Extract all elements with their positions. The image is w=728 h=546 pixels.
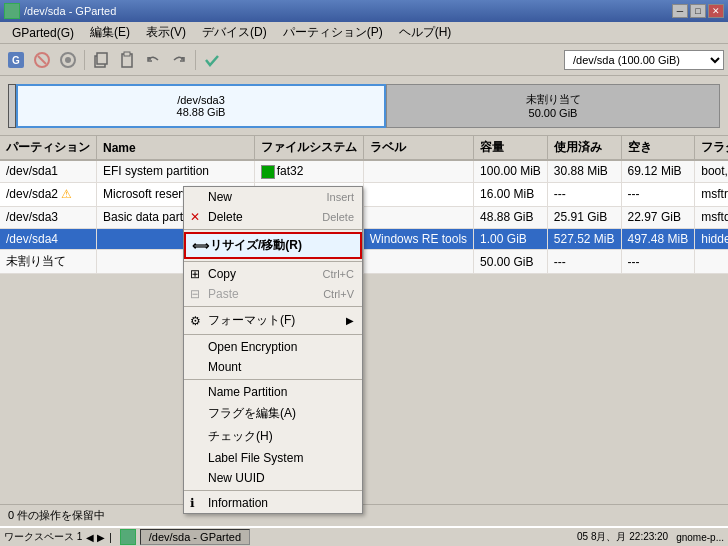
ctx-check[interactable]: チェック(H): [184, 425, 362, 448]
ctx-name-partition-label: Name Partition: [208, 385, 287, 399]
toolbar-redo[interactable]: [167, 48, 191, 72]
table-row[interactable]: 未割り当て 50.00 GiB --- ---: [0, 250, 728, 274]
submenu-arrow: ▶: [346, 315, 354, 326]
ctx-new[interactable]: New Insert: [184, 187, 362, 207]
cell-flags: msftdata: [695, 206, 728, 228]
cell-fs: fat32: [254, 160, 363, 182]
close-button[interactable]: ✕: [708, 4, 724, 18]
toolbar-sep1: [84, 50, 85, 70]
cell-partition: /dev/sda3: [0, 206, 97, 228]
partition-table-container: パーティション Name ファイルシステム ラベル 容量 使用済み 空き フラグ…: [0, 136, 728, 274]
delete-icon: ✕: [190, 210, 200, 224]
cell-size: 50.00 GiB: [474, 250, 548, 274]
cell-name: EFI system partition: [97, 160, 255, 182]
ctx-information[interactable]: ℹ Information: [184, 493, 362, 513]
ctx-check-label: チェック(H): [208, 428, 273, 445]
ctx-new-shortcut: Insert: [326, 191, 354, 203]
device-selector[interactable]: /dev/sda (100.00 GiB): [564, 50, 724, 70]
resize-icon: ⟺: [192, 239, 209, 253]
ctx-sep5: [184, 379, 362, 380]
toolbar-gparted[interactable]: G: [4, 48, 28, 72]
table-row[interactable]: /dev/sda4 ntfs Windows RE tools 1.00 GiB…: [0, 228, 728, 250]
table-row[interactable]: /dev/sda2 ⚠ Microsoft reserved partition…: [0, 182, 728, 206]
cell-flags: boot, esp, no_automount: [695, 160, 728, 182]
taskbar-workspace: ワークスペース 1: [4, 530, 82, 544]
ctx-copy[interactable]: ⊞ Copy Ctrl+C: [184, 264, 362, 284]
cell-free: ---: [621, 182, 695, 206]
menu-gparted[interactable]: GParted(G): [4, 24, 82, 42]
window-title: /dev/sda - GParted: [24, 5, 116, 17]
taskbar-app-label: /dev/sda - GParted: [149, 531, 241, 543]
taskbar-extra: gnome-p...: [676, 532, 724, 543]
toolbar-undo[interactable]: [30, 48, 54, 72]
partition-sda3-block[interactable]: /dev/sda3 48.88 GiB: [16, 84, 386, 128]
ctx-mount[interactable]: Mount: [184, 357, 362, 377]
ctx-resize[interactable]: ⟺ リサイズ/移動(R): [184, 232, 362, 259]
cell-flags: hidden, diag, no_automount: [695, 228, 728, 250]
ctx-sep6: [184, 490, 362, 491]
menu-help[interactable]: ヘルプ(H): [391, 22, 460, 43]
window-controls[interactable]: ─ □ ✕: [672, 4, 724, 18]
ctx-delete[interactable]: ✕ Delete Delete: [184, 207, 362, 227]
ctx-label-fs[interactable]: Label File System: [184, 448, 362, 468]
table-header-row: パーティション Name ファイルシステム ラベル 容量 使用済み 空き フラグ: [0, 136, 728, 160]
cell-free: 497.48 MiB: [621, 228, 695, 250]
partition-unalloc-block[interactable]: 未割り当て 50.00 GiB: [386, 84, 720, 128]
cell-label: [363, 250, 473, 274]
ctx-paste[interactable]: ⊟ Paste Ctrl+V: [184, 284, 362, 304]
ctx-sep1: [184, 229, 362, 230]
col-free: 空き: [621, 136, 695, 160]
status-bar: 0 件の操作を保留中: [0, 504, 728, 526]
ctx-information-label: Information: [208, 496, 268, 510]
col-size: 容量: [474, 136, 548, 160]
cell-label: Windows RE tools: [363, 228, 473, 250]
unalloc-label: 未割り当て: [526, 92, 581, 107]
cell-size: 48.88 GiB: [474, 206, 548, 228]
svg-point-5: [65, 57, 71, 63]
partition-visual: /dev/sda3 48.88 GiB 未割り当て 50.00 GiB: [0, 76, 728, 136]
col-used: 使用済み: [547, 136, 621, 160]
ctx-flags[interactable]: フラグを編集(A): [184, 402, 362, 425]
cell-used: 527.52 MiB: [547, 228, 621, 250]
toolbar-sep2: [195, 50, 196, 70]
taskbar: ワークスペース 1 ◀ ▶ | /dev/sda - GParted 05 8月…: [0, 526, 728, 546]
format-icon: ⚙: [190, 314, 201, 328]
col-flags: フラグ: [695, 136, 728, 160]
toolbar-apply[interactable]: [200, 48, 224, 72]
toolbar-btn3[interactable]: [56, 48, 80, 72]
cell-free: 22.97 GiB: [621, 206, 695, 228]
ctx-new-uuid[interactable]: New UUID: [184, 468, 362, 488]
svg-text:G: G: [12, 55, 20, 66]
toolbar-copy[interactable]: [89, 48, 113, 72]
col-fs: ファイルシステム: [254, 136, 363, 160]
minimize-button[interactable]: ─: [672, 4, 688, 18]
ctx-format[interactable]: ⚙ フォーマット(F) ▶: [184, 309, 362, 332]
toolbar-paste[interactable]: [115, 48, 139, 72]
cell-size: 100.00 MiB: [474, 160, 548, 182]
ctx-resize-label: リサイズ/移動(R): [210, 237, 302, 254]
maximize-button[interactable]: □: [690, 4, 706, 18]
table-row[interactable]: /dev/sda3 Basic data partition ntfs 48.8…: [0, 206, 728, 228]
ctx-open-encryption[interactable]: Open Encryption: [184, 337, 362, 357]
menu-view[interactable]: 表示(V): [138, 22, 194, 43]
context-menu: New Insert ✕ Delete Delete ⟺ リサイズ/移動(R) …: [183, 186, 363, 514]
cell-partition: /dev/sda2 ⚠: [0, 182, 97, 206]
partition-table: パーティション Name ファイルシステム ラベル 容量 使用済み 空き フラグ…: [0, 136, 728, 274]
ctx-flags-label: フラグを編集(A): [208, 405, 296, 422]
menu-device[interactable]: デバイス(D): [194, 22, 275, 43]
menu-partition[interactable]: パーティション(P): [275, 22, 391, 43]
ctx-name-partition[interactable]: Name Partition: [184, 382, 362, 402]
taskbar-separator: |: [109, 532, 112, 543]
workspace-arrows[interactable]: ◀ ▶: [86, 532, 105, 543]
warning-icon: ⚠: [61, 187, 72, 201]
toolbar-undo2[interactable]: [141, 48, 165, 72]
col-partition: パーティション: [0, 136, 97, 160]
ctx-format-label: フォーマット(F): [208, 312, 295, 329]
taskbar-app-button[interactable]: /dev/sda - GParted: [140, 529, 250, 545]
unalloc-size: 50.00 GiB: [529, 107, 578, 119]
table-row[interactable]: /dev/sda1 EFI system partition fat32 100…: [0, 160, 728, 182]
cell-used: ---: [547, 182, 621, 206]
taskbar-icon: [120, 529, 136, 545]
menu-edit[interactable]: 編集(E): [82, 22, 138, 43]
status-text: 0 件の操作を保留中: [8, 509, 105, 521]
